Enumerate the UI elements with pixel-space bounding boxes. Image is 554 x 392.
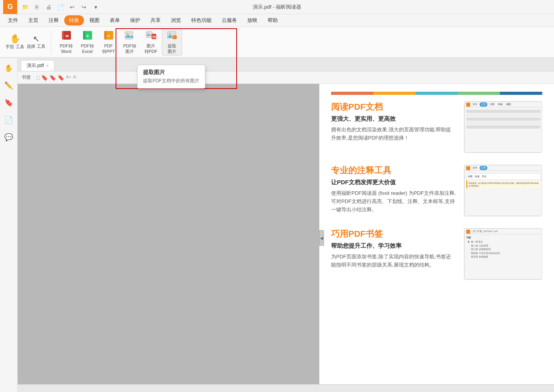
section3-image: 员工手册_20120917.pdf 书签 ▶ 第一章 简介 第二章 入职管理 第… [464,228,542,280]
color-segment-1 [331,92,373,95]
menu-annotate[interactable]: 注释 [44,15,63,25]
bookmark-icon-5[interactable]: A+ [66,74,71,81]
redo-icon[interactable]: ↪ [79,2,89,12]
pdf-excel-icon: E [82,30,93,42]
bookmark-icon-2[interactable]: 🔖 [41,74,48,81]
new-doc-icon[interactable]: 📄 [56,2,65,12]
section2-title: 专业的注释工具 [331,165,456,176]
menu-view[interactable]: 视图 [85,15,104,25]
sidebar-hand-icon[interactable]: ✋ [2,61,16,75]
bookmark-icon-1[interactable]: □ [36,74,40,81]
section-annotation-text: 专业的注释工具 让PDF文档发挥更大价值 使用福昕PDF阅读器 (foxit r… [331,165,456,214]
sidebar-page-icon[interactable]: 📄 [2,113,16,127]
menu-cloud[interactable]: 云服务 [217,15,242,25]
pdf-viewer-area: ◀ [18,84,319,392]
pdf-ppt-icon: P [103,30,114,42]
tooltip-popup: 提取图片 提取PDF文档中的所有图片 [137,65,205,89]
svg-text:W: W [65,34,69,38]
sidebar-comment-icon[interactable]: 💬 [2,130,16,144]
select-icon: ↖ [33,35,40,43]
section1-subtitle: 更强大、更实用、更高效 [331,115,456,123]
bookmark-bar: 书签 □ 🔖 🔖 🔖 A+ A- [18,71,554,84]
collapse-panel-button[interactable]: ◀ [319,230,324,246]
section-bookmarks: 巧用PDF书签 帮助您提升工作、学习效率 为PDF页面添加书签,除了实现内容的快… [331,228,542,280]
mini-app-1: 文件 主页 注释 转换 视图 [464,102,542,152]
menu-home[interactable]: 主页 [24,15,43,25]
menu-browse[interactable]: 浏览 [166,15,186,25]
pdf-image-label: PDF转图片 [123,44,136,54]
app-logo: G [3,0,17,14]
section-reading: 阅读PDF文档 更强大、更实用、更高效 拥有出色的文档渲染效果,强大的页面管理功… [331,101,542,153]
sidebar-annotate-icon[interactable]: ✏️ [2,78,16,93]
customize-icon[interactable]: ▾ [91,2,100,12]
toolbar: ✋ 手型 工具 ↖ 选择 工具 W PDF转Word [0,27,554,58]
svg-text:P: P [108,34,110,38]
pdf-content-panel[interactable]: 阅读PDF文档 更强大、更实用、更高效 拥有出色的文档渲染效果,强大的页面管理功… [319,84,554,392]
pdf-to-excel-button[interactable]: E PDF转Excel [77,28,98,56]
bookmark-label: 书签 [22,74,31,81]
tab-close-button[interactable]: × [46,64,49,68]
image-to-pdf-button[interactable]: PDF 图片转PDF [141,28,161,56]
color-segment-4 [458,92,500,95]
section1-title: 阅读PDF文档 [331,101,456,113]
select-tool-button[interactable]: ↖ 选择 工具 [26,28,46,56]
toolbar-divider-1 [51,30,51,54]
tab-label: 演示.pdf [27,62,44,69]
pdf-tab[interactable]: 演示.pdf × [21,60,54,71]
section3-title: 巧用PDF书签 [331,228,456,240]
section1-body: 拥有出色的文档渲染效果,强大的页面管理功能,帮助提升效率,是您阅读PDF的理想选… [331,126,456,142]
menu-share[interactable]: 共享 [146,15,165,25]
menu-features[interactable]: 特色功能 [186,15,216,25]
mini-logo-3 [466,230,470,234]
menu-convert[interactable]: 转换 [64,15,84,25]
pdf-to-word-button[interactable]: W PDF转Word [56,28,76,56]
left-sidebar: ✋ ✏️ 🔖 📄 💬 [0,58,18,392]
menu-bar: 文件 主页 注释 转换 视图 表单 保护 共享 浏览 特色功能 云服务 放映 帮… [0,14,554,27]
extract-image-button[interactable]: ↑ 提取图片 [162,28,182,56]
bookmark-icon-6[interactable]: A- [73,74,77,81]
menu-help[interactable]: 帮助 [263,15,282,25]
pdf-to-image-button[interactable]: PDF转图片 [119,28,140,56]
toolbar-group-tools: ✋ 手型 工具 ↖ 选择 工具 [3,28,48,56]
hand-tool-button[interactable]: ✋ 手型 工具 [5,28,25,56]
mini-logo-1 [466,103,470,107]
hand-icon: ✋ [10,34,20,43]
copy-icon[interactable]: ⎘ [32,2,42,12]
mini-app-bar-1: 文件 主页 注释 转换 视图 [465,102,542,107]
bottom-status-bar [18,384,554,392]
extract-image-icon: ↑ [167,30,177,42]
top-color-bar [331,92,542,95]
title-bar: G 📁 ⎘ 🖨 📄 ↩ ↪ ▾ 演示.pdf - 福昕阅读器 [0,0,554,14]
print-icon[interactable]: 🖨 [44,2,53,12]
hand-tool-label: 手型 工具 [5,44,24,49]
mini-logo-2 [466,166,470,170]
color-segment-5 [500,92,542,95]
pdf-word-label: PDF转Word [60,44,73,54]
pdf-excel-label: PDF转Excel [81,44,94,54]
svg-point-10 [127,33,128,34]
mini-app-3: 员工手册_20120917.pdf 书签 ▶ 第一章 简介 第二章 入职管理 第… [464,229,542,279]
mini-app-bar-3: 员工手册_20120917.pdf [465,229,542,234]
tooltip-title: 提取图片 [143,69,199,76]
sidebar-bookmark-icon[interactable]: 🔖 [2,96,16,110]
bookmark-icon-3[interactable]: 🔖 [49,74,56,81]
svg-text:↑: ↑ [174,36,175,39]
image-pdf-icon: PDF [145,30,156,42]
tooltip-description: 提取PDF文档中的所有图片 [143,78,199,84]
bookmark-icon-4[interactable]: 🔖 [58,74,64,81]
menu-protect[interactable]: 保护 [125,15,145,25]
mini-app-bar-2: 文件 注释 [465,165,542,171]
undo-icon[interactable]: ↩ [67,2,77,12]
color-segment-2 [373,92,416,95]
section2-image: 文件 注释 免费、快速、安全 阅读器是一款功能强大的PDF阅读软件,具有简洁优雅… [464,165,542,216]
title-bar-controls: 📁 ⎘ 🖨 📄 ↩ ↪ ▾ [20,2,100,12]
section-annotation: 专业的注释工具 让PDF文档发挥更大价值 使用福昕PDF阅读器 (foxit r… [331,165,542,216]
menu-form[interactable]: 表单 [105,15,125,25]
window-title: 演示.pdf - 福昕阅读器 [253,4,301,11]
menu-present[interactable]: 放映 [243,15,262,25]
open-folder-icon[interactable]: 📁 [20,2,30,12]
select-tool-label: 选择 工具 [27,44,45,49]
pdf-to-ppt-button[interactable]: P PDF转PPT [98,28,119,56]
menu-file[interactable]: 文件 [3,15,23,25]
section-bookmarks-text: 巧用PDF书签 帮助您提升工作、学习效率 为PDF页面添加书签,除了实现内容的快… [331,228,456,269]
